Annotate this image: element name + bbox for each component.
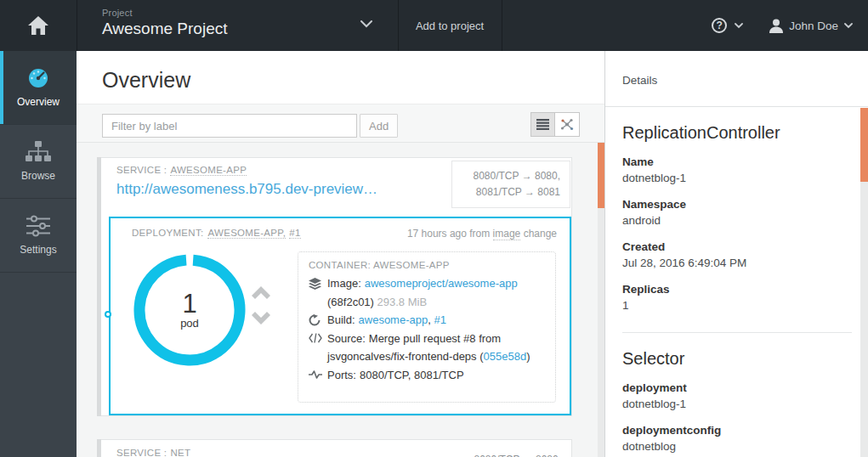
service-body: SERVICE :AWESOME-APP http://awesomeness.…	[101, 157, 572, 416]
main-scrollbar-thumb[interactable]	[598, 143, 604, 208]
chevron-down-icon	[249, 310, 273, 328]
refresh-icon	[309, 311, 327, 330]
detail-field: deployment dotnetblog-1	[622, 381, 852, 410]
field-label: Namespace	[622, 198, 852, 211]
main-content: Overview Add	[77, 51, 604, 457]
deployment-block-selected[interactable]: DEPLOYMENT:AWESOME-APP,#1 17 hours ago f…	[109, 217, 571, 415]
scale-down-button[interactable]	[249, 310, 273, 328]
add-to-project-button[interactable]: Add to project	[398, 0, 502, 51]
container-card: CONTAINER: AWESOME-APP Image:awesomeproj…	[298, 251, 556, 403]
details-title: Details	[622, 74, 657, 87]
scale-up-button[interactable]	[249, 283, 273, 301]
ports-row: Ports:8080/TCP, 8081/TCP	[309, 366, 545, 385]
deployment-name[interactable]: AWESOME-APP,	[207, 228, 286, 239]
sidebar-item-settings[interactable]: Settings	[0, 199, 77, 273]
service-kind-label: SERVICE :	[116, 165, 167, 175]
dashboard-icon	[26, 67, 50, 89]
top-navbar: Project Awesome Project Add to project ?…	[0, 0, 868, 51]
section-heading: Selector	[622, 349, 852, 369]
section-heading: ReplicationController	[622, 123, 852, 143]
help-icon[interactable]: ?	[712, 18, 727, 33]
page-title: Overview	[102, 68, 190, 93]
filter-by-label-input[interactable]	[102, 114, 357, 138]
overview-list: SERVICE :AWESOME-APP http://awesomeness.…	[77, 143, 604, 457]
topology-view-icon	[560, 118, 574, 131]
sidebar-item-label: Settings	[20, 244, 56, 256]
details-header: Details	[605, 51, 868, 107]
service-card: SERVICE :NET 8080/TCP → 8080,	[97, 439, 572, 457]
user-menu[interactable]: John Doe	[769, 19, 853, 33]
detail-field: Namespace android	[622, 198, 852, 227]
field-value: dotnetblog-1	[622, 172, 852, 184]
detail-field: Created Jul 28, 2016 6:49:04 PM	[622, 240, 852, 269]
status-text: 17 hours ago from	[407, 228, 493, 240]
build-number-link[interactable]: #1	[434, 313, 445, 326]
nav-divider	[502, 0, 502, 51]
sidebar-item-overview[interactable]: Overview	[0, 51, 77, 125]
container-ports-label: Ports:	[327, 369, 356, 381]
image-link[interactable]: awesomeproject/awesome-app	[365, 277, 518, 290]
service-name[interactable]: AWESOME-APP	[170, 165, 247, 176]
field-value: dotnetblog	[622, 440, 852, 453]
field-label: Replicas	[622, 283, 852, 296]
active-indicator	[0, 51, 3, 124]
deployment-status: 17 hours ago from image change	[407, 228, 557, 240]
sliders-icon	[26, 215, 50, 237]
field-label: Created	[622, 240, 852, 253]
topology-view-button[interactable]	[555, 112, 580, 137]
sidebar-item-label: Browse	[21, 170, 55, 182]
chevron-up-icon	[249, 283, 273, 301]
details-section: Selector deployment dotnetblog-1 deploym…	[622, 349, 852, 453]
service-port-mapping: 8081/TCP → 8081	[462, 184, 560, 200]
detail-field: deploymentconfig dotnetblog	[622, 424, 852, 453]
page-header: Overview	[77, 51, 604, 104]
deployment-number[interactable]: #1	[289, 228, 300, 239]
status-trigger[interactable]: image	[493, 228, 521, 240]
home-icon	[28, 16, 48, 35]
filter-toolbar: Add	[77, 104, 604, 143]
user-icon	[769, 19, 783, 33]
service-ports: 8080/TCP → 8080,	[451, 445, 570, 457]
nav-divider	[77, 0, 77, 51]
build-link[interactable]: awesome-app	[359, 313, 428, 326]
chevron-down-icon	[360, 20, 372, 28]
field-label: Name	[622, 155, 852, 168]
service-port-mapping: 8080/TCP → 8080,	[462, 168, 560, 184]
service-name[interactable]: NET	[170, 448, 190, 457]
chevron-down-icon	[844, 23, 853, 29]
sidebar-item-browse[interactable]: Browse	[0, 125, 77, 199]
list-view-button[interactable]	[530, 112, 555, 137]
project-name: Awesome Project	[102, 20, 228, 38]
project-selector[interactable]: Project Awesome Project	[102, 8, 228, 38]
chevron-down-icon[interactable]	[735, 23, 743, 29]
detail-field: Name dotnetblog-1	[622, 155, 852, 184]
build-label: Build:	[327, 313, 355, 326]
field-label: deploymentconfig	[622, 424, 852, 437]
service-kind-label: SERVICE :	[116, 448, 167, 457]
details-section: ReplicationController Name dotnetblog-1 …	[622, 123, 852, 312]
image-label: Image:	[327, 277, 361, 290]
container-title: CONTAINER: AWESOME-APP	[309, 260, 545, 270]
status-text: change	[520, 228, 557, 240]
section-divider	[622, 332, 852, 333]
source-row: Source:Merge pull request #8 from jsvgon…	[309, 330, 545, 366]
sitemap-icon	[26, 141, 51, 163]
sidebar-item-label: Overview	[17, 96, 60, 108]
view-toggle-group	[530, 112, 580, 137]
left-sidebar: Overview Browse	[0, 51, 77, 457]
add-filter-button[interactable]: Add	[360, 114, 398, 138]
pod-unit: pod	[180, 317, 199, 330]
pod-count-button[interactable]: 1 pod	[133, 253, 247, 367]
service-card: SERVICE :AWESOME-APP http://awesomeness.…	[97, 157, 572, 416]
image-row: Image:awesomeproject/awesome-app (68f2c0…	[309, 274, 545, 311]
image-hash: (68f2c01)	[327, 296, 374, 308]
home-button[interactable]	[0, 0, 77, 51]
field-value: Jul 28, 2016 6:49:04 PM	[622, 257, 852, 269]
details-scrollbar-thumb[interactable]	[860, 108, 868, 182]
pod-donut: 1 pod	[133, 253, 247, 367]
layers-icon	[309, 274, 327, 311]
commit-link[interactable]: 055e58d	[484, 350, 527, 363]
pod-count: 1	[182, 291, 196, 317]
scale-controls	[249, 283, 273, 328]
build-row: Build:awesome-app, #1	[309, 311, 545, 330]
